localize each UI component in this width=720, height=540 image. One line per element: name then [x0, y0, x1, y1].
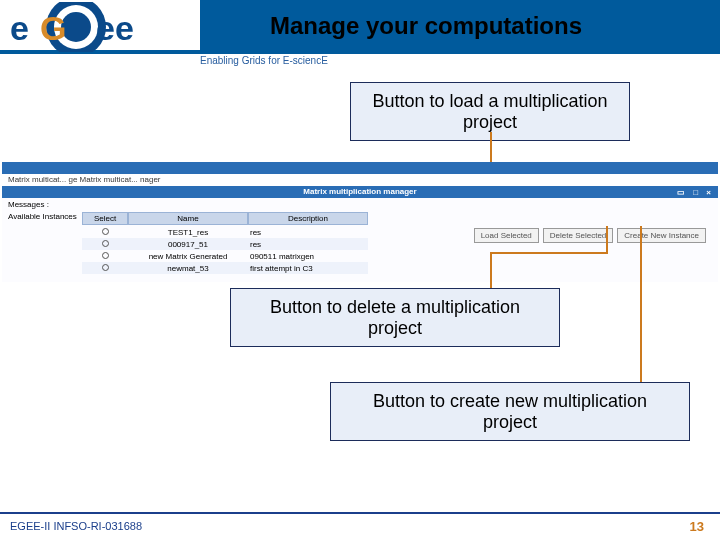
connector-line: [490, 132, 492, 162]
col-description: Description: [248, 212, 368, 225]
table-row[interactable]: newmat_53 first attempt in C3: [82, 262, 368, 274]
radio-icon[interactable]: [102, 240, 109, 247]
col-select: Select: [82, 212, 128, 225]
cell-desc: res: [248, 240, 368, 249]
table-row[interactable]: 000917_51 res: [82, 238, 368, 250]
connector-line: [606, 226, 608, 254]
available-instances-label: Available Instances: [8, 212, 77, 221]
cell-name: 000917_51: [128, 240, 248, 249]
connector-line: [640, 226, 642, 382]
cell-name: newmat_53: [128, 264, 248, 273]
cell-desc: res: [248, 228, 368, 237]
slide-title: Manage your computations: [270, 12, 582, 40]
cell-desc: first attempt in C3: [248, 264, 368, 273]
connector-line: [490, 252, 492, 288]
radio-cell[interactable]: [82, 252, 128, 261]
radio-cell[interactable]: [82, 240, 128, 249]
radio-icon[interactable]: [102, 264, 109, 271]
app-panel-header: Matrix multiplication manager ▭ □ ×: [2, 186, 718, 198]
app-window: Matrix multicat... ge Matrix multicat...…: [2, 162, 718, 282]
connector-line: [490, 252, 606, 254]
app-titlebar: [2, 162, 718, 174]
header-tagline-band: [0, 54, 720, 72]
radio-cell[interactable]: [82, 228, 128, 237]
tagline: Enabling Grids for E-sciencE: [200, 55, 328, 66]
page-number: 13: [690, 519, 704, 534]
callout-delete: Button to delete a multiplication projec…: [230, 288, 560, 347]
cell-name: TEST1_res: [128, 228, 248, 237]
svg-text:G: G: [40, 9, 66, 47]
cell-name: new Matrix Generated: [128, 252, 248, 261]
callout-create: Button to create new multiplication proj…: [330, 382, 690, 441]
radio-cell[interactable]: [82, 264, 128, 273]
messages-label: Messages :: [8, 200, 49, 209]
cell-desc: 090511 matrixgen: [248, 252, 368, 261]
load-selected-button[interactable]: Load Selected: [474, 228, 539, 243]
egee-logo: e G ee: [6, 2, 176, 52]
app-panel-title: Matrix multiplication manager: [303, 187, 416, 196]
radio-icon[interactable]: [102, 252, 109, 259]
svg-text:e: e: [10, 9, 29, 47]
app-tabs: Matrix multicat... ge Matrix multicat...…: [2, 174, 718, 186]
table-header: Select Name Description: [82, 212, 368, 225]
table-row[interactable]: new Matrix Generated 090511 matrixgen: [82, 250, 368, 262]
col-name: Name: [128, 212, 248, 225]
radio-icon[interactable]: [102, 228, 109, 235]
slide: e G ee Manage your computations Enabling…: [0, 0, 720, 540]
app-body: Messages : Available Instances Select Na…: [2, 198, 718, 282]
create-new-instance-button[interactable]: Create New Instance: [617, 228, 706, 243]
svg-text:ee: ee: [96, 9, 134, 47]
footer-divider: [0, 512, 720, 514]
table-body: TEST1_res res 000917_51 res new Matrix G…: [82, 226, 368, 274]
table-row[interactable]: TEST1_res res: [82, 226, 368, 238]
footer-left: EGEE-II INFSO-RI-031688: [10, 520, 142, 532]
delete-selected-button[interactable]: Delete Selected: [543, 228, 613, 243]
button-row: Load Selected Delete Selected Create New…: [474, 228, 706, 243]
